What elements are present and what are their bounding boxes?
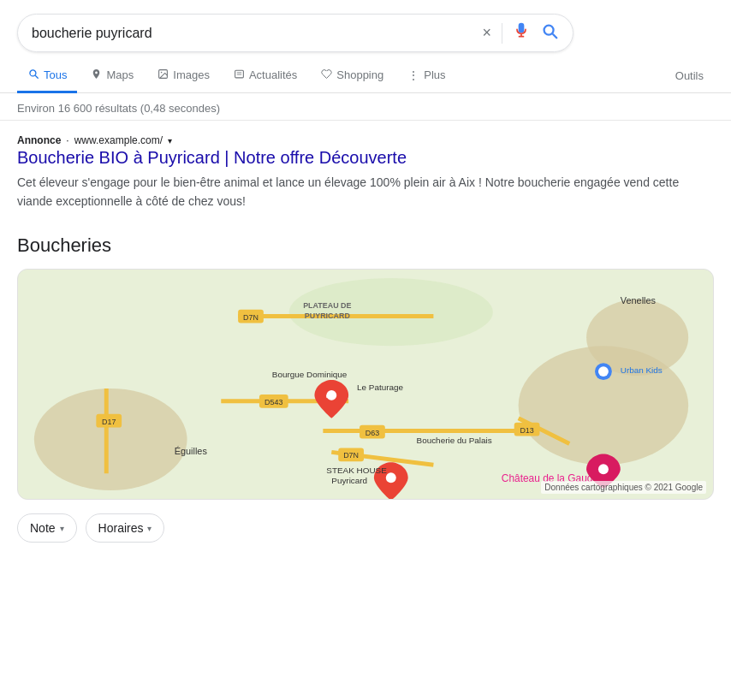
svg-text:Puyricard: Puyricard	[331, 476, 367, 485]
tab-actualites[interactable]: Actualités	[223, 60, 307, 93]
svg-text:Le Paturage: Le Paturage	[357, 383, 403, 392]
ad-result: Annonce · www.example.com/ ▾ Boucherie B…	[17, 134, 714, 211]
search-bar: ×	[17, 14, 574, 52]
map-container[interactable]: D7N D17 D543 D63 D13 D7N PLATEAU DE PUYR…	[17, 269, 714, 500]
svg-point-1	[161, 71, 163, 73]
svg-text:D13: D13	[520, 426, 533, 435]
search-button[interactable]	[540, 21, 559, 44]
search-bar-wrapper: ×	[0, 0, 731, 52]
tab-images-label: Images	[173, 68, 210, 81]
svg-point-44	[598, 465, 609, 475]
ad-description: Cet éleveur s'engage pour le bien-être a…	[17, 173, 685, 211]
svg-text:D543: D543	[264, 398, 282, 406]
tab-maps[interactable]: Maps	[80, 60, 144, 93]
horaires-chevron-icon: ▾	[147, 524, 152, 533]
svg-text:D17: D17	[102, 418, 116, 426]
maps-tab-icon	[91, 68, 102, 82]
svg-text:Bourgue Dominique: Bourgue Dominique	[272, 370, 348, 379]
svg-text:Boucherie du Palais: Boucherie du Palais	[417, 436, 492, 446]
svg-text:PLATEAU DE: PLATEAU DE	[303, 301, 351, 310]
svg-text:🛍: 🛍	[326, 393, 333, 400]
svg-text:STEAK HOUSE: STEAK HOUSE	[326, 466, 387, 475]
tools-button[interactable]: Outils	[665, 61, 714, 91]
ad-title-link[interactable]: Boucherie BIO à Puyricard | Notre offre …	[17, 148, 714, 168]
clear-icon[interactable]: ×	[482, 24, 491, 42]
tab-tous[interactable]: Tous	[17, 59, 77, 93]
tab-plus-label: Plus	[424, 68, 445, 81]
svg-text:Venelles: Venelles	[621, 295, 657, 306]
svg-rect-2	[235, 70, 244, 78]
map-svg: D7N D17 D543 D63 D13 D7N PLATEAU DE PUYR…	[18, 270, 713, 499]
note-chevron-icon: ▾	[60, 524, 64, 533]
results-count: Environ 16 600 résultats (0,48 secondes)	[17, 102, 220, 115]
divider	[502, 23, 502, 44]
search-icons: ×	[482, 21, 559, 44]
svg-text:Urban Kids: Urban Kids	[621, 365, 663, 375]
tab-shopping-label: Shopping	[336, 68, 383, 81]
ad-dropdown-icon[interactable]: ▾	[168, 136, 172, 145]
section-title: Boucheries	[17, 234, 714, 257]
plus-tab-icon: ⋮	[407, 68, 419, 82]
tab-tous-label: Tous	[44, 68, 67, 81]
tab-shopping[interactable]: Shopping	[311, 60, 394, 93]
ad-badge: Annonce	[17, 134, 61, 146]
svg-point-6	[34, 389, 187, 490]
search-tab-icon	[27, 68, 39, 82]
ad-separator: ·	[66, 134, 68, 146]
horaires-filter-button[interactable]: Horaires ▾	[86, 513, 165, 543]
actualites-tab-icon	[234, 68, 245, 82]
svg-point-33	[598, 366, 609, 377]
filter-buttons: Note ▾ Horaires ▾	[17, 513, 714, 543]
note-filter-button[interactable]: Note ▾	[17, 513, 77, 543]
tab-plus[interactable]: ⋮ Plus	[397, 60, 455, 93]
boucheries-section: Boucheries	[17, 234, 714, 543]
mic-icon[interactable]	[513, 22, 530, 44]
images-tab-icon	[157, 68, 169, 82]
svg-point-39	[386, 472, 396, 483]
main-content: Annonce · www.example.com/ ▾ Boucherie B…	[0, 121, 731, 556]
search-input[interactable]	[32, 26, 482, 41]
ad-label-row: Annonce · www.example.com/ ▾	[17, 134, 714, 146]
svg-text:PUYRICARD: PUYRICARD	[305, 311, 351, 320]
nav-tabs: Tous Maps Images Actualités	[0, 52, 731, 93]
results-info: Environ 16 600 résultats (0,48 secondes)	[0, 93, 731, 121]
svg-text:Éguilles: Éguilles	[175, 447, 208, 457]
horaires-filter-label: Horaires	[98, 521, 144, 535]
note-filter-label: Note	[30, 521, 56, 535]
tab-maps-label: Maps	[106, 68, 134, 81]
svg-text:D7N: D7N	[243, 313, 259, 322]
tab-actualites-label: Actualités	[249, 68, 297, 81]
svg-text:D7N: D7N	[343, 452, 359, 460]
tab-images[interactable]: Images	[147, 60, 220, 93]
ad-url: www.example.com/	[74, 134, 163, 146]
shopping-tab-icon	[321, 68, 332, 82]
svg-text:D63: D63	[366, 429, 379, 437]
map-copyright: Données cartographiques © 2021 Google	[541, 481, 706, 494]
